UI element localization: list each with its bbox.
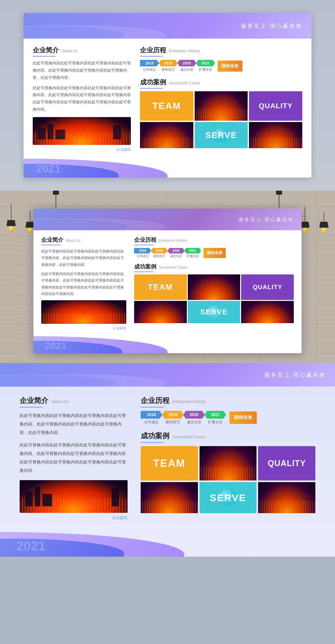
cases-title-zh-1: 成功案例 bbox=[140, 78, 166, 87]
tagline-3: 服务至上·用心赢未来 bbox=[264, 371, 326, 379]
intro-title-en-3: About Us bbox=[51, 399, 68, 404]
case-team-1: TEAM bbox=[140, 91, 193, 121]
poster-1-header: 服务至上·用心赢未来 bbox=[24, 13, 311, 39]
intro-title-en-2: About Us bbox=[66, 238, 80, 242]
intro-title-zh-1: 企业简介 bbox=[33, 46, 59, 55]
history-title-zh-1: 企业历程 bbox=[140, 46, 166, 55]
intro-para2-2: 此处可替换内容此处可替换内容此处可替换内容此处可替换内容。此处可替换内容此处可替… bbox=[41, 270, 126, 297]
history-title-zh-2: 企业历程 bbox=[134, 236, 156, 244]
img-caption-3: 企业建筑 bbox=[112, 515, 128, 520]
right-section-1: 企业历程 Enterprise History 2018 公司成立 2019 获… bbox=[140, 46, 302, 152]
tagline-1: 服务至上·用心赢未来 bbox=[241, 22, 302, 30]
clip-right bbox=[276, 191, 282, 209]
case-city2-1 bbox=[140, 122, 193, 148]
section-3: 服务至上·用心赢未来 企业简介 About Us 此处可替换内容此处可替换内容此… bbox=[0, 363, 335, 557]
intro-para1-1: 此处可替换内容此处可替换内容此处可替换内容此处可替换内容。此处可替换内容此处可替… bbox=[33, 60, 131, 81]
intro-section-1: 企业简介 About Us 此处可替换内容此处可替换内容此处可替换内容此处可替换… bbox=[33, 46, 131, 152]
history-title-en-3: Enterprise History bbox=[172, 399, 206, 404]
img-caption-2: 企业建筑 bbox=[113, 326, 126, 330]
hanging-clips bbox=[33, 191, 302, 209]
intro-title-zh-2: 企业简介 bbox=[41, 236, 63, 244]
cases-title-zh-3: 成功案例 bbox=[141, 431, 169, 441]
poster-1-footer: 2021 bbox=[24, 157, 311, 178]
intro-para2-1: 此处可替换内容此处可替换内容此处可替换内容此处可替换内容。此处可替换内容此处可替… bbox=[33, 85, 131, 113]
intro-para1-2: 此处可替换内容此处可替换内容此处可替换内容此处可替换内容。此处可替换内容此处可替… bbox=[41, 248, 126, 268]
img-caption-1: 企业建筑 bbox=[116, 148, 131, 151]
cases-title-en-1: Successful Cases bbox=[169, 81, 200, 85]
future-label-2: 期待未来 bbox=[207, 251, 222, 255]
cases-title-en-3: Successful Cases bbox=[172, 434, 206, 439]
intro-title-en-1: About Us bbox=[62, 49, 78, 53]
future-label-3: 期待未来 bbox=[234, 415, 252, 420]
case-serve-1: SERVE bbox=[195, 122, 248, 148]
clip-left bbox=[53, 191, 59, 209]
case-city3-1 bbox=[249, 122, 302, 148]
poster-1: 服务至上·用心赢未来 企业简介 About Us 此处可替换内容此处可替换内容此… bbox=[24, 13, 311, 178]
section-2: NoR 服务至上·用心赢未来 企业简介 About Us 此处可替换内容此处可替… bbox=[0, 191, 335, 363]
future-label-1: 期待未来 bbox=[221, 63, 238, 68]
intro-para1-3: 此处可替换内容此处可替换内容此处可替换内容此处可替换内容。此处可替换内容此处可替… bbox=[20, 411, 128, 437]
tagline-2: 服务至上·用心赢未来 bbox=[238, 216, 294, 222]
history-title-en-1: Enterprise History bbox=[169, 49, 200, 53]
history-title-en-2: Enterprise History bbox=[159, 238, 187, 242]
history-title-zh-3: 企业历程 bbox=[141, 396, 169, 406]
section-1: 服务至上·用心赢未来 企业简介 About Us 此处可替换内容此处可替换内容此… bbox=[0, 0, 335, 191]
cases-title-zh-2: 成功案例 bbox=[134, 263, 156, 270]
cases-grid-1: TEAM QUALITY bbox=[140, 91, 302, 148]
poster-2: NoR 服务至上·用心赢未来 企业简介 About Us 此处可替换内容此处可替… bbox=[33, 209, 302, 353]
case-city1-1 bbox=[195, 91, 248, 121]
intro-title-zh-3: 企业简介 bbox=[20, 396, 48, 406]
intro-image-1 bbox=[33, 117, 131, 145]
intro-para2-3: 此处可替换内容此处可替换内容此处可替换内容此处可替换内容。此处可替换内容此处可替… bbox=[20, 441, 128, 475]
timeline-1: 2018 公司成立 2019 获利百万 2020 成立分店 2021 扩展分店 bbox=[140, 60, 302, 72]
year-watermark-3: 2021 bbox=[16, 539, 45, 553]
year-watermark-2: 2021 bbox=[45, 340, 67, 351]
cases-title-en-2: Successful Cases bbox=[159, 265, 187, 269]
year-watermark-1: 2021 bbox=[36, 162, 61, 175]
case-quality-1: QUALITY bbox=[249, 91, 302, 121]
